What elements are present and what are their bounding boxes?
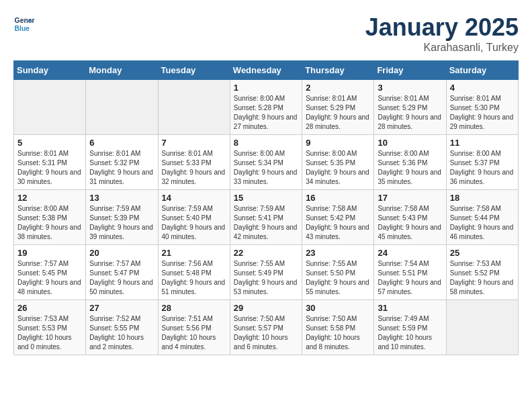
- page-header: General Blue January 2025 Karahasanli, T…: [13, 13, 519, 54]
- day-info: Sunrise: 7:55 AM Sunset: 5:49 PM Dayligh…: [234, 259, 298, 297]
- calendar-cell: 22Sunrise: 7:55 AM Sunset: 5:49 PM Dayli…: [230, 245, 302, 300]
- day-number: 8: [234, 138, 298, 148]
- day-info: Sunrise: 8:00 AM Sunset: 5:36 PM Dayligh…: [378, 149, 442, 187]
- day-number: 18: [450, 193, 515, 203]
- day-number: 6: [89, 138, 154, 148]
- calendar-cell: 25Sunrise: 7:53 AM Sunset: 5:52 PM Dayli…: [446, 245, 518, 300]
- calendar-cell: 31Sunrise: 7:49 AM Sunset: 5:59 PM Dayli…: [374, 300, 446, 355]
- day-info: Sunrise: 7:52 AM Sunset: 5:55 PM Dayligh…: [89, 314, 154, 352]
- day-number: 25: [450, 248, 515, 258]
- calendar-title: January 2025: [365, 13, 519, 42]
- day-number: 30: [306, 303, 370, 313]
- day-number: 10: [378, 138, 442, 148]
- calendar-week-row: 12Sunrise: 8:00 AM Sunset: 5:38 PM Dayli…: [14, 190, 519, 245]
- calendar-cell: 8Sunrise: 8:00 AM Sunset: 5:34 PM Daylig…: [230, 135, 302, 190]
- calendar-cell: [86, 80, 158, 135]
- day-info: Sunrise: 8:01 AM Sunset: 5:29 PM Dayligh…: [306, 94, 370, 132]
- day-info: Sunrise: 7:55 AM Sunset: 5:50 PM Dayligh…: [306, 259, 370, 297]
- day-number: 21: [162, 248, 226, 258]
- day-info: Sunrise: 7:54 AM Sunset: 5:51 PM Dayligh…: [378, 259, 442, 297]
- day-number: 2: [306, 83, 370, 93]
- weekday-header-sunday: Sunday: [14, 61, 86, 80]
- day-info: Sunrise: 8:00 AM Sunset: 5:28 PM Dayligh…: [234, 94, 298, 132]
- day-info: Sunrise: 7:49 AM Sunset: 5:59 PM Dayligh…: [378, 314, 442, 352]
- calendar-cell: 16Sunrise: 7:58 AM Sunset: 5:42 PM Dayli…: [302, 190, 374, 245]
- day-info: Sunrise: 8:01 AM Sunset: 5:31 PM Dayligh…: [17, 149, 82, 187]
- calendar-cell: 23Sunrise: 7:55 AM Sunset: 5:50 PM Dayli…: [302, 245, 374, 300]
- weekday-header-saturday: Saturday: [446, 61, 518, 80]
- weekday-header-tuesday: Tuesday: [158, 61, 230, 80]
- calendar-cell: 20Sunrise: 7:57 AM Sunset: 5:47 PM Dayli…: [86, 245, 158, 300]
- weekday-header-wednesday: Wednesday: [230, 61, 302, 80]
- calendar-cell: 21Sunrise: 7:56 AM Sunset: 5:48 PM Dayli…: [158, 245, 230, 300]
- calendar-cell: 29Sunrise: 7:50 AM Sunset: 5:57 PM Dayli…: [230, 300, 302, 355]
- day-info: Sunrise: 8:00 AM Sunset: 5:37 PM Dayligh…: [450, 149, 515, 187]
- calendar-cell: 12Sunrise: 8:00 AM Sunset: 5:38 PM Dayli…: [14, 190, 86, 245]
- calendar-cell: 26Sunrise: 7:53 AM Sunset: 5:53 PM Dayli…: [14, 300, 86, 355]
- day-number: 7: [162, 138, 226, 148]
- svg-text:Blue: Blue: [15, 25, 30, 32]
- day-number: 28: [162, 303, 226, 313]
- calendar-week-row: 5Sunrise: 8:01 AM Sunset: 5:31 PM Daylig…: [14, 135, 519, 190]
- day-number: 26: [17, 303, 82, 313]
- calendar-cell: 4Sunrise: 8:01 AM Sunset: 5:30 PM Daylig…: [446, 80, 518, 135]
- day-info: Sunrise: 7:58 AM Sunset: 5:44 PM Dayligh…: [450, 204, 515, 242]
- day-info: Sunrise: 8:01 AM Sunset: 5:30 PM Dayligh…: [450, 94, 515, 132]
- calendar-week-row: 19Sunrise: 7:57 AM Sunset: 5:45 PM Dayli…: [14, 245, 519, 300]
- title-area: January 2025 Karahasanli, Turkey: [365, 13, 519, 54]
- calendar-subtitle: Karahasanli, Turkey: [365, 42, 519, 54]
- day-number: 19: [17, 248, 82, 258]
- calendar-cell: [158, 80, 230, 135]
- day-info: Sunrise: 7:50 AM Sunset: 5:57 PM Dayligh…: [234, 314, 298, 352]
- weekday-header-monday: Monday: [86, 61, 158, 80]
- calendar-cell: 27Sunrise: 7:52 AM Sunset: 5:55 PM Dayli…: [86, 300, 158, 355]
- calendar-cell: 10Sunrise: 8:00 AM Sunset: 5:36 PM Dayli…: [374, 135, 446, 190]
- calendar-cell: 18Sunrise: 7:58 AM Sunset: 5:44 PM Dayli…: [446, 190, 518, 245]
- day-info: Sunrise: 8:00 AM Sunset: 5:38 PM Dayligh…: [17, 204, 82, 242]
- day-number: 23: [306, 248, 370, 258]
- calendar-cell: 3Sunrise: 8:01 AM Sunset: 5:29 PM Daylig…: [374, 80, 446, 135]
- day-info: Sunrise: 7:59 AM Sunset: 5:41 PM Dayligh…: [234, 204, 298, 242]
- calendar-cell: 7Sunrise: 8:01 AM Sunset: 5:33 PM Daylig…: [158, 135, 230, 190]
- calendar-cell: 13Sunrise: 7:59 AM Sunset: 5:39 PM Dayli…: [86, 190, 158, 245]
- calendar-cell: 2Sunrise: 8:01 AM Sunset: 5:29 PM Daylig…: [302, 80, 374, 135]
- day-number: 3: [378, 83, 442, 93]
- day-info: Sunrise: 8:01 AM Sunset: 5:33 PM Dayligh…: [162, 149, 226, 187]
- calendar-cell: 15Sunrise: 7:59 AM Sunset: 5:41 PM Dayli…: [230, 190, 302, 245]
- calendar-cell: 5Sunrise: 8:01 AM Sunset: 5:31 PM Daylig…: [14, 135, 86, 190]
- day-number: 24: [378, 248, 442, 258]
- day-info: Sunrise: 7:50 AM Sunset: 5:58 PM Dayligh…: [306, 314, 370, 352]
- calendar-cell: [14, 80, 86, 135]
- day-info: Sunrise: 7:56 AM Sunset: 5:48 PM Dayligh…: [162, 259, 226, 297]
- day-number: 31: [378, 303, 442, 313]
- day-number: 16: [306, 193, 370, 203]
- calendar-cell: 30Sunrise: 7:50 AM Sunset: 5:58 PM Dayli…: [302, 300, 374, 355]
- day-info: Sunrise: 7:57 AM Sunset: 5:47 PM Dayligh…: [89, 259, 154, 297]
- day-info: Sunrise: 7:59 AM Sunset: 5:39 PM Dayligh…: [89, 204, 154, 242]
- day-number: 4: [450, 83, 515, 93]
- day-number: 14: [162, 193, 226, 203]
- calendar-week-row: 26Sunrise: 7:53 AM Sunset: 5:53 PM Dayli…: [14, 300, 519, 355]
- weekday-header-row: SundayMondayTuesdayWednesdayThursdayFrid…: [14, 61, 519, 80]
- day-number: 17: [378, 193, 442, 203]
- day-number: 15: [234, 193, 298, 203]
- day-info: Sunrise: 8:01 AM Sunset: 5:29 PM Dayligh…: [378, 94, 442, 132]
- day-info: Sunrise: 7:58 AM Sunset: 5:43 PM Dayligh…: [378, 204, 442, 242]
- calendar-cell: 6Sunrise: 8:01 AM Sunset: 5:32 PM Daylig…: [86, 135, 158, 190]
- calendar-cell: 24Sunrise: 7:54 AM Sunset: 5:51 PM Dayli…: [374, 245, 446, 300]
- day-info: Sunrise: 7:57 AM Sunset: 5:45 PM Dayligh…: [17, 259, 82, 297]
- day-info: Sunrise: 7:59 AM Sunset: 5:40 PM Dayligh…: [162, 204, 226, 242]
- day-number: 9: [306, 138, 370, 148]
- calendar-cell: 14Sunrise: 7:59 AM Sunset: 5:40 PM Dayli…: [158, 190, 230, 245]
- day-info: Sunrise: 7:53 AM Sunset: 5:52 PM Dayligh…: [450, 259, 515, 297]
- weekday-header-thursday: Thursday: [302, 61, 374, 80]
- day-number: 11: [450, 138, 515, 148]
- calendar-cell: [446, 300, 518, 355]
- day-number: 12: [17, 193, 82, 203]
- calendar-cell: 19Sunrise: 7:57 AM Sunset: 5:45 PM Dayli…: [14, 245, 86, 300]
- calendar-cell: 9Sunrise: 8:00 AM Sunset: 5:35 PM Daylig…: [302, 135, 374, 190]
- calendar-table: SundayMondayTuesdayWednesdayThursdayFrid…: [13, 60, 519, 355]
- calendar-cell: 1Sunrise: 8:00 AM Sunset: 5:28 PM Daylig…: [230, 80, 302, 135]
- day-number: 13: [89, 193, 154, 203]
- day-number: 1: [234, 83, 298, 93]
